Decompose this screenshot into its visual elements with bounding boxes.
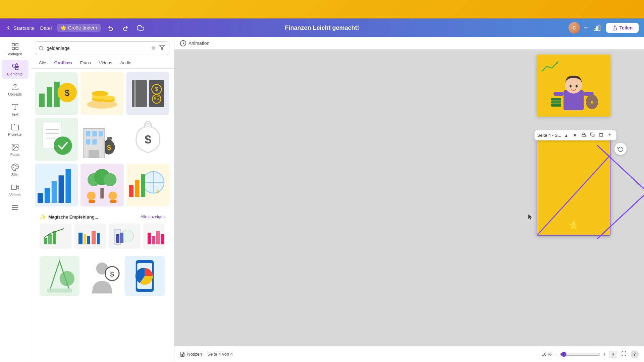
tab-alle[interactable]: Alle <box>35 58 50 69</box>
filter-button[interactable] <box>158 44 166 52</box>
asset-item-12[interactable] <box>125 256 165 296</box>
asset-item-4[interactable] <box>35 118 78 161</box>
zoom-plus[interactable]: + <box>603 351 606 357</box>
slide-add-button[interactable] <box>606 132 613 139</box>
magic-item-1[interactable] <box>40 224 71 249</box>
sidebar-label-elemente: Elemente <box>7 72 22 76</box>
asset-item-10[interactable] <box>40 256 79 296</box>
asset-item-6[interactable]: $ <box>126 118 169 161</box>
cloud-icon <box>137 24 144 32</box>
avatar[interactable]: C <box>569 22 580 34</box>
tab-fotos[interactable]: Fotos <box>76 58 95 69</box>
sidebar-item-vorlagen[interactable]: Vorlagen <box>2 40 29 59</box>
share-button[interactable]: Teilen <box>606 23 639 33</box>
svg-text:$: $ <box>107 144 111 152</box>
cloud-save-button[interactable] <box>136 23 146 33</box>
slide-copy-button[interactable] <box>589 132 596 139</box>
svg-rect-87 <box>84 234 86 244</box>
svg-rect-65 <box>52 181 57 203</box>
svg-text:$: $ <box>65 88 69 98</box>
svg-point-124 <box>576 85 578 87</box>
document-title: Finanzen Leicht gemacht! <box>285 24 359 32</box>
asset-item-2[interactable] <box>80 72 123 115</box>
grid-icon <box>11 43 19 51</box>
upload-icon <box>11 83 19 91</box>
undo-icon <box>107 24 114 31</box>
svg-point-100 <box>60 271 75 286</box>
magic-svg-3 <box>111 226 138 246</box>
magic-item-4[interactable] <box>143 224 165 249</box>
purple-diamond-svg <box>553 138 644 246</box>
svg-rect-57 <box>93 139 97 144</box>
magic-section: ✨ Magische Empfehlung... Alle anzeigen <box>35 210 169 253</box>
asset-item-11[interactable]: $ <box>82 256 122 296</box>
undo-button[interactable] <box>106 23 115 33</box>
all-button[interactable]: Alle anzeigen <box>141 215 165 219</box>
search-input[interactable] <box>47 46 149 51</box>
svg-rect-94 <box>120 233 123 243</box>
home-button[interactable]: Startseite <box>5 25 35 31</box>
resize-button[interactable]: 🌟 Größe ändern <box>57 24 100 32</box>
rotate-button[interactable] <box>614 143 627 155</box>
svg-rect-54 <box>93 131 97 136</box>
top-yellow-bar <box>0 0 644 18</box>
svg-rect-120 <box>551 98 561 101</box>
asset-item-8[interactable] <box>80 164 123 206</box>
asset-item-5[interactable]: $ <box>80 118 123 161</box>
sidebar-item-more[interactable] <box>2 201 29 214</box>
svg-marker-27 <box>160 45 165 50</box>
asset-item-3[interactable]: $ €$ <box>126 72 169 115</box>
sidebar-item-projekte[interactable]: Projekte <box>2 120 29 139</box>
bottom-bar: Notizen Seite 4 von 4 16 % − + 4 ? <box>174 346 644 362</box>
tab-videos[interactable]: Videos <box>95 58 116 69</box>
svg-rect-40 <box>134 80 136 107</box>
asset-item-1[interactable]: $ <box>35 72 78 115</box>
slide-controls: Seite 4 - S... ▲ ▼ <box>534 130 616 140</box>
asset-svg-7 <box>35 164 78 206</box>
svg-point-72 <box>87 191 96 200</box>
sidebar-item-text[interactable]: Text <box>2 100 29 119</box>
sidebar-item-videos[interactable]: Videos <box>2 181 29 199</box>
svg-point-73 <box>109 191 117 200</box>
svg-rect-80 <box>135 180 139 197</box>
svg-line-127 <box>597 192 644 239</box>
fullscreen-button[interactable] <box>620 350 628 359</box>
redo-button[interactable] <box>121 23 130 33</box>
svg-point-36 <box>92 91 108 96</box>
help-button[interactable]: ? <box>631 350 639 358</box>
resize-emoji: 🌟 <box>60 25 66 31</box>
sidebar-item-uploads[interactable]: Uploads <box>2 80 29 99</box>
sidebar-item-fotos[interactable]: Fotos <box>2 140 29 159</box>
slide-delete-button[interactable] <box>597 132 605 139</box>
sidebar-label-videos: Videos <box>9 193 20 197</box>
svg-text:$: $ <box>110 270 114 278</box>
slide-lock-button[interactable] <box>580 132 587 139</box>
svg-rect-79 <box>129 185 133 197</box>
tab-grafiken[interactable]: Grafiken <box>50 58 76 69</box>
svg-rect-1 <box>596 26 598 31</box>
analytics-button[interactable] <box>592 23 602 33</box>
asset-item-9[interactable]: $ <box>126 164 169 206</box>
animation-icon <box>180 40 186 47</box>
svg-rect-96 <box>152 236 155 244</box>
sidebar-item-stile[interactable]: Stile <box>2 161 29 179</box>
tab-audio[interactable]: Audio <box>116 58 135 69</box>
slide-top[interactable]: $ <box>537 55 610 117</box>
svg-rect-4 <box>12 44 14 46</box>
slide-up-button[interactable]: ▲ <box>562 132 570 139</box>
asset-item-7[interactable] <box>35 164 78 206</box>
zoom-slider[interactable] <box>560 352 600 357</box>
animation-button[interactable]: Animation <box>180 40 209 47</box>
file-button[interactable]: Datei <box>40 25 52 31</box>
canvas-viewport[interactable]: Seite 4 - S... ▲ ▼ <box>174 50 644 346</box>
magic-item-3[interactable] <box>109 224 141 249</box>
notes-button[interactable]: Notizen <box>180 352 202 357</box>
sidebar-item-elemente[interactable]: Elemente <box>2 60 29 79</box>
zoom-minus[interactable]: − <box>554 351 557 357</box>
slide-down-button[interactable]: ▼ <box>571 132 579 139</box>
fullscreen-icon <box>621 351 627 356</box>
add-collaborator-button[interactable]: + <box>584 24 588 32</box>
clear-search-button[interactable]: ✕ <box>151 45 156 51</box>
magic-item-2[interactable] <box>74 224 106 249</box>
canvas-area: Animation Seite 4 - S... ▲ ▼ <box>174 37 644 362</box>
